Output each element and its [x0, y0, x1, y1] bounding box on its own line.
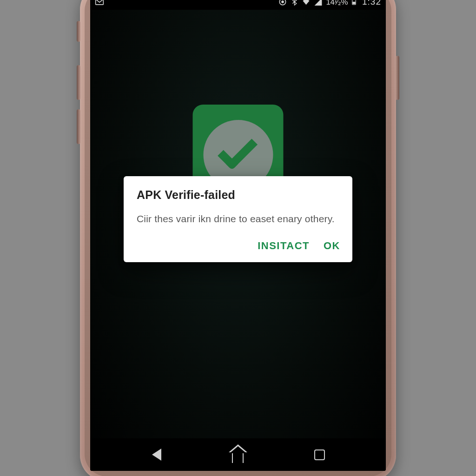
dialog-actions: INSITACT OK [124, 232, 352, 262]
back-button[interactable] [145, 443, 168, 466]
svg-point-2 [282, 1, 284, 3]
side-button-vol-down [77, 109, 80, 144]
dialog-ok-button[interactable]: OK [324, 240, 340, 252]
status-bar: 14¹⁄₂% 1:32 [90, 0, 386, 10]
wifi-icon [302, 0, 311, 7]
signal-icon [314, 0, 323, 7]
svg-rect-5 [353, 2, 355, 4]
side-button-power [396, 56, 399, 100]
bluetooth-icon [291, 0, 298, 7]
back-icon [152, 449, 161, 461]
target-icon [278, 0, 287, 7]
screen: 14¹⁄₂% 1:32 APK Verifie-failed Ciir thes… [90, 0, 386, 471]
alert-dialog: APK Verifie-failed Ciir thes varir ikn d… [124, 176, 352, 262]
dialog-primary-button[interactable]: INSITACT [258, 240, 310, 252]
recents-icon [314, 450, 325, 460]
dialog-message: Ciir thes varir ikn drine to easet enary… [124, 208, 352, 232]
side-button-mute [77, 21, 80, 42]
dialog-title: APK Verifie-failed [124, 176, 352, 208]
phone-frame: 14¹⁄₂% 1:32 APK Verifie-failed Ciir thes… [80, 0, 396, 476]
side-button-vol-up [77, 65, 80, 100]
recents-button[interactable] [308, 443, 331, 466]
battery-percent: 14¹⁄₂% [326, 0, 348, 7]
home-button[interactable] [227, 443, 249, 466]
mail-icon [95, 0, 104, 7]
battery-icon [351, 0, 357, 7]
status-clock: 1:32 [362, 0, 381, 7]
home-icon [232, 451, 244, 463]
navigation-bar [90, 438, 386, 471]
